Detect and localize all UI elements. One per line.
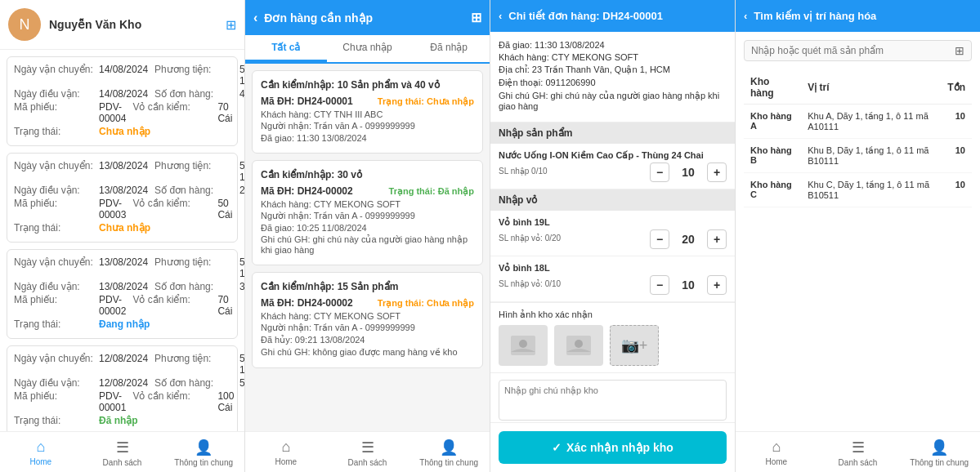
footer-home-button[interactable]: ⌂ Home <box>736 432 817 472</box>
vo-qty-minus-button[interactable]: − <box>650 229 669 249</box>
label: Trạng thái: <box>14 222 96 234</box>
kho-name: Kho hàng C <box>744 173 801 207</box>
col-vi-tri: Vị trí <box>801 71 941 105</box>
product-sl: SL nhập 0/10 <box>499 167 548 176</box>
back-arrow-icon[interactable]: ‹ <box>744 10 747 22</box>
ngay-dieu-van-value: 14/08/2024 <box>99 88 148 100</box>
vo-qty-plus-button[interactable]: + <box>707 275 727 295</box>
driver-cards-list: Ngày vận chuyển: 14/08/2024 Phương tiện:… <box>0 50 244 431</box>
panel3-footer: ✓ Xác nhận nhập kho <box>490 422 735 472</box>
vo-sl: SL nhập vỏ: 0/10 <box>499 279 561 288</box>
khach-hang: Khách hàng: CTY MEKONG SOFT <box>261 311 474 321</box>
note-input[interactable] <box>499 380 727 421</box>
footer-home-button[interactable]: ⌂ Home <box>245 432 327 472</box>
trang-thai-label: Trạng thái: <box>14 126 96 137</box>
filter-icon[interactable]: ⊞ <box>471 10 481 25</box>
order-id: Mã ĐH: DH24-00002 <box>261 185 353 197</box>
footer-info-button[interactable]: 👤 Thông tin chung <box>898 432 980 472</box>
col-kho-hang: Kho hàng <box>744 71 801 105</box>
driver-card[interactable]: Ngày vận chuyển: 12/08/2024 Phương tiện:… <box>7 345 238 431</box>
label: Số đơn hàng: <box>154 281 236 292</box>
tab-da-nhap[interactable]: Đã nhập <box>408 35 490 62</box>
val: 70 Cái <box>217 294 232 317</box>
label: Trạng thái: <box>14 415 96 426</box>
val: 13/08/2024 <box>99 256 148 279</box>
home-icon: ⌂ <box>281 439 290 456</box>
warehouse-row[interactable]: Kho hàng A Khu A, Dãy 1, tầng 1, ô 11 mã… <box>744 105 972 139</box>
status-badge: Đang nhập <box>99 318 150 330</box>
image-placeholder-1 <box>499 325 548 366</box>
panel-location-search: ‹ Tìm kiếm vị trí hàng hóa ⊞ Kho hàng Vị… <box>736 0 980 472</box>
ngay-van-chuyen-value: 14/08/2024 <box>99 64 148 87</box>
order-title: Cần kiểm/nhập: 10 Sản phẩm và 40 vỏ <box>261 79 474 91</box>
vo-name: Vỏ bình 19L <box>499 217 727 228</box>
nhap-vo-header: Nhập vỏ <box>490 189 735 211</box>
warehouse-row[interactable]: Kho hàng B Khu B, Dãy 1, tầng 1, ô 11 mã… <box>744 139 972 173</box>
val: PDV-00003 <box>99 198 126 220</box>
driver-card[interactable]: Ngày vận chuyển: 13/08/2024 Phương tiện:… <box>7 153 238 243</box>
footer-info-button[interactable]: 👤 Thông tin chung <box>408 432 490 472</box>
tab-all[interactable]: Tất cả <box>245 35 327 62</box>
add-image-button[interactable]: 📷+ <box>610 325 659 366</box>
footer-list-button[interactable]: ☰ Danh sách <box>327 432 409 472</box>
val: 3 <box>239 281 244 292</box>
vo-qty-minus-button[interactable]: − <box>650 275 669 295</box>
order-card[interactable]: Cần kiểm/nhập: 10 Sản phẩm và 40 vỏ Mã Đ… <box>252 70 483 154</box>
avatar: N <box>8 8 41 41</box>
footer-home-button[interactable]: ⌂ Home <box>0 432 82 472</box>
list-icon: ☰ <box>361 439 374 456</box>
panel1-header: N Nguyễn Văn Kho ⊞ <box>0 0 244 50</box>
list-icon: ☰ <box>116 439 129 456</box>
filter-icon[interactable]: ⊞ <box>226 17 236 33</box>
footer-label: Danh sách <box>103 458 142 467</box>
vi-tri: Khu A, Dãy 1, tầng 1, ô 11 mã A10111 <box>801 105 941 139</box>
order-id: Mã ĐH: DH24-00002 <box>261 297 353 309</box>
ma-phieu-value: PDV-00004 <box>99 101 126 124</box>
warehouse-row[interactable]: Kho hàng C Khu C, Dãy 1, tầng 1, ô 11 mã… <box>744 173 972 207</box>
orders-list: Cần kiểm/nhập: 10 Sản phẩm và 40 vỏ Mã Đ… <box>245 64 490 431</box>
checkmark-icon: ✓ <box>552 441 562 454</box>
footer-info-button[interactable]: 👤 Thông tin chung <box>163 432 244 472</box>
driver-card[interactable]: Ngày vận chuyển: 14/08/2024 Phương tiện:… <box>7 56 238 146</box>
phuong-tien-value: 51C-123.45 <box>239 64 244 87</box>
order-title: Cần kiểm/nhập: 30 vỏ <box>261 169 474 180</box>
panel4-title: Tìm kiếm vị trí hàng hóa <box>754 10 876 22</box>
order-card[interactable]: Cần kiểm/nhập: 15 Sản phẩm Mã ĐH: DH24-0… <box>252 272 483 368</box>
search-input[interactable] <box>751 45 955 56</box>
panel4-footer: ⌂ Home ☰ Danh sách 👤 Thông tin chung <box>736 431 980 472</box>
back-arrow-icon[interactable]: ‹ <box>253 11 257 25</box>
nguoi-nhan: Người nhận: Trần văn A - 0999999999 <box>261 323 474 333</box>
order-status: Trạng thái: Chưa nhập <box>378 298 474 309</box>
da-giao: Đã giao: 10:25 11/08/2024 <box>261 223 474 233</box>
footer-label: Thông tin chung <box>419 458 478 467</box>
panel2-tabs: Tất cả Chưa nhập Đã nhập <box>245 35 490 64</box>
vi-tri: Khu B, Dãy 1, tầng 1, ô 11 mã B10111 <box>801 139 941 173</box>
label: Phương tiện: <box>154 256 236 279</box>
confirm-button[interactable]: ✓ Xác nhận nhập kho <box>499 431 727 464</box>
driver-card[interactable]: Ngày vận chuyển: 13/08/2024 Phương tiện:… <box>7 249 238 339</box>
khach-hang-info: Khách hàng: CTY MEKONG SOFT <box>499 52 727 62</box>
footer-list-button[interactable]: ☰ Danh sách <box>817 432 899 472</box>
confirm-btn-label: Xác nhận nhập kho <box>566 441 673 454</box>
label: Mã phiếu: <box>14 390 96 413</box>
vo-sl: SL nhập vỏ: 0/20 <box>499 234 561 243</box>
footer-label: Home <box>765 457 787 466</box>
tab-chua-nhap[interactable]: Chưa nhập <box>327 35 409 62</box>
order-card[interactable]: Cần kiểm/nhập: 30 vỏ Mã ĐH: DH24-00002 T… <box>252 160 483 265</box>
order-id: Mã ĐH: DH24-00001 <box>261 96 353 107</box>
qty-plus-button[interactable]: + <box>707 163 727 182</box>
home-icon: ⌂ <box>772 439 781 456</box>
warehouse-table: Kho hàng Vị trí Tồn Kho hàng A Khu A, Dã… <box>744 71 972 207</box>
footer-list-button[interactable]: ☰ Danh sách <box>82 432 163 472</box>
label: Ngày điều vận: <box>14 281 96 292</box>
vo-qty-plus-button[interactable]: + <box>707 229 727 249</box>
panel2-header: ‹ Đơn hàng cần nhập ⊞ <box>245 0 490 35</box>
status-badge: Đã nhập <box>99 415 138 426</box>
grid-icon[interactable]: ⊞ <box>955 44 964 57</box>
qty-minus-button[interactable]: − <box>650 163 669 182</box>
da-giao: Đã giao: 11:30 13/08/2024 <box>261 133 474 143</box>
back-arrow-icon[interactable]: ‹ <box>499 10 502 22</box>
panel3-header: ‹ Chi tiết đơn hàng: DH24-00001 <box>490 0 735 32</box>
panel1-footer: ⌂ Home ☰ Danh sách 👤 Thông tin chung <box>0 431 244 472</box>
val: 13/08/2024 <box>99 281 148 292</box>
